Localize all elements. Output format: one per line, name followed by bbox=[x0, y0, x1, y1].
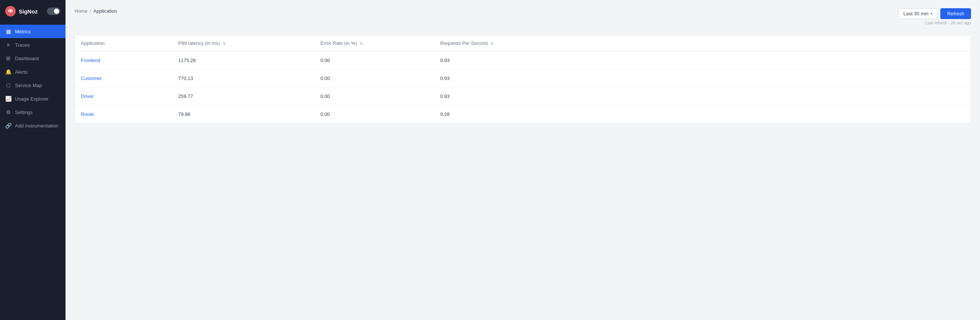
sidebar-item-usage-explorer[interactable]: 📈 Usage Explorer bbox=[0, 92, 65, 105]
sidebar-nav: ▦ Metrics ≡ Traces ⊞ Dashboard 🔔 Alerts … bbox=[0, 22, 65, 320]
sort-icon-error: ⇅ bbox=[360, 42, 363, 46]
app-link-customer[interactable]: Customer bbox=[81, 76, 102, 81]
cell-error-frontend: 0.00 bbox=[315, 52, 434, 70]
cell-error-customer: 0.00 bbox=[315, 70, 434, 87]
cell-rps-route: 9.28 bbox=[434, 105, 970, 124]
sidebar-item-add-instrumentation[interactable]: 🔗 Add instrumentation bbox=[0, 119, 65, 132]
sidebar-item-settings[interactable]: ⚙ Settings bbox=[0, 105, 65, 119]
topbar: Home / Application Last 30 min ▾ Refresh… bbox=[65, 0, 980, 29]
sidebar-item-label-dashboard: Dashboard bbox=[15, 56, 39, 61]
usage-explorer-icon: 📈 bbox=[5, 96, 11, 102]
settings-icon: ⚙ bbox=[5, 109, 11, 115]
time-selector[interactable]: Last 30 min ▾ bbox=[898, 8, 937, 19]
col-header-p99[interactable]: P99 latency (in ms) ⇅ bbox=[172, 35, 315, 52]
sidebar-item-label-service-map: Service Map bbox=[15, 82, 42, 88]
cell-app-name-customer: Customer bbox=[75, 70, 172, 87]
topbar-right: Last 30 min ▾ Refresh Last refresh - 26 … bbox=[898, 8, 971, 25]
cell-rps-frontend: 0.93 bbox=[434, 52, 970, 70]
refresh-button[interactable]: Refresh bbox=[940, 8, 971, 19]
topbar-controls: Last 30 min ▾ Refresh bbox=[898, 8, 971, 19]
table-row: Customer 770.13 0.00 0.93 bbox=[75, 70, 970, 87]
theme-toggle[interactable] bbox=[47, 8, 60, 15]
sidebar-item-label-traces: Traces bbox=[15, 42, 30, 48]
sidebar-item-label-alerts: Alerts bbox=[15, 69, 27, 75]
table-row: Route 79.86 0.00 9.28 bbox=[75, 105, 970, 124]
cell-error-driver: 0.00 bbox=[315, 87, 434, 105]
sidebar-item-label-settings: Settings bbox=[15, 109, 33, 115]
sidebar-item-label-usage-explorer: Usage Explorer bbox=[15, 96, 49, 102]
col-header-rps[interactable]: Requests Per Second ⇅ bbox=[434, 35, 970, 52]
col-header-error-rate[interactable]: Error Rate (in %) ⇅ bbox=[315, 35, 434, 52]
cell-rps-customer: 0.93 bbox=[434, 70, 970, 87]
service-map-icon: ⬡ bbox=[5, 82, 11, 88]
table-header: Application P99 latency (in ms) ⇅ Error … bbox=[75, 35, 970, 52]
app-link-driver[interactable]: Driver bbox=[81, 93, 94, 99]
applications-table-container: Application P99 latency (in ms) ⇅ Error … bbox=[75, 35, 971, 124]
sidebar-item-service-map[interactable]: ⬡ Service Map bbox=[0, 79, 65, 92]
sidebar: 👁 SigNoz ▦ Metrics ≡ Traces ⊞ Dashboard … bbox=[0, 0, 65, 320]
cell-app-name-route: Route bbox=[75, 105, 172, 124]
app-link-frontend[interactable]: Frontend bbox=[81, 57, 100, 63]
time-selector-label: Last 30 min bbox=[903, 11, 928, 16]
traces-icon: ≡ bbox=[5, 42, 11, 48]
col-header-application: Application bbox=[75, 35, 172, 52]
cell-p99-route: 79.86 bbox=[172, 105, 315, 124]
cell-rps-driver: 0.93 bbox=[434, 87, 970, 105]
cell-p99-frontend: 1175.28 bbox=[172, 52, 315, 70]
breadcrumb-current: Application bbox=[93, 8, 117, 14]
cell-error-route: 0.00 bbox=[315, 105, 434, 124]
content-area: Application P99 latency (in ms) ⇅ Error … bbox=[65, 29, 980, 320]
main-content: Home / Application Last 30 min ▾ Refresh… bbox=[65, 0, 980, 320]
last-refresh-text: Last refresh - 26 sec ago bbox=[925, 21, 971, 25]
sidebar-item-dashboard[interactable]: ⊞ Dashboard bbox=[0, 52, 65, 65]
logo-text: SigNoz bbox=[19, 8, 38, 14]
table-row: Driver 259.77 0.00 0.93 bbox=[75, 87, 970, 105]
sort-icon-p99: ⇅ bbox=[223, 42, 226, 46]
cell-app-name-frontend: Frontend bbox=[75, 52, 172, 70]
sidebar-item-label-metrics: Metrics bbox=[15, 29, 31, 34]
sidebar-item-traces[interactable]: ≡ Traces bbox=[0, 38, 65, 52]
cell-p99-driver: 259.77 bbox=[172, 87, 315, 105]
cell-p99-customer: 770.13 bbox=[172, 70, 315, 87]
sidebar-item-alerts[interactable]: 🔔 Alerts bbox=[0, 65, 65, 79]
breadcrumb-home[interactable]: Home bbox=[75, 8, 88, 14]
app-link-route[interactable]: Route bbox=[81, 111, 94, 117]
sidebar-item-metrics[interactable]: ▦ Metrics bbox=[0, 25, 65, 38]
table-body: Frontend 1175.28 0.00 0.93 Customer 770.… bbox=[75, 52, 970, 124]
sort-icon-rps: ⇅ bbox=[490, 42, 493, 46]
sidebar-item-label-add-instrumentation: Add instrumentation bbox=[15, 123, 58, 128]
breadcrumb: Home / Application bbox=[75, 8, 117, 14]
table-row: Frontend 1175.28 0.00 0.93 bbox=[75, 52, 970, 70]
metrics-icon: ▦ bbox=[5, 29, 11, 34]
dashboard-icon: ⊞ bbox=[5, 55, 11, 61]
applications-table: Application P99 latency (in ms) ⇅ Error … bbox=[75, 35, 970, 123]
cell-app-name-driver: Driver bbox=[75, 87, 172, 105]
breadcrumb-separator: / bbox=[90, 8, 91, 14]
logo-icon: 👁 bbox=[5, 6, 16, 16]
add-instrumentation-icon: 🔗 bbox=[5, 123, 11, 128]
alerts-icon: 🔔 bbox=[5, 69, 11, 75]
chevron-down-icon: ▾ bbox=[931, 11, 932, 16]
sidebar-logo: 👁 SigNoz bbox=[5, 6, 38, 16]
sidebar-header: 👁 SigNoz bbox=[0, 0, 65, 22]
